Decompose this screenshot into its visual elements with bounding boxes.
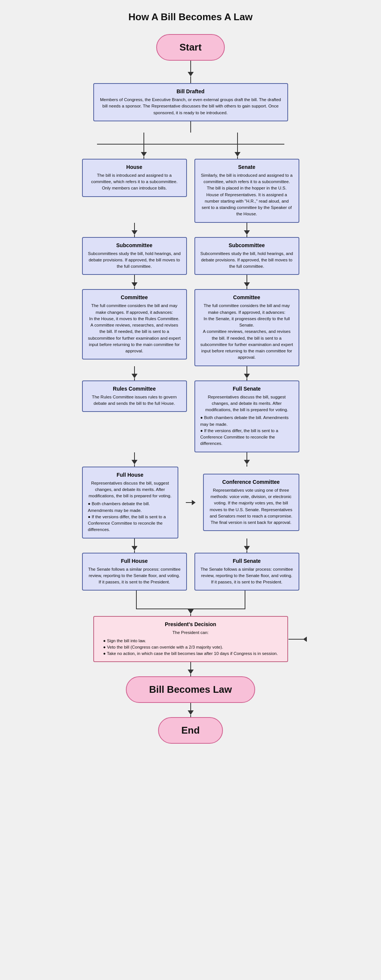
full-senate-2-title: Full Senate — [201, 558, 293, 564]
arrow-down — [244, 230, 250, 235]
senate-subcommittee-box: Subcommittee Subcommittees study the bil… — [194, 237, 299, 275]
bill-drafted-box: Bill Drafted Members of Congress, the Ex… — [93, 83, 288, 121]
presidents-decision-title: President's Decision — [99, 621, 282, 627]
arrow-down — [234, 152, 241, 156]
rules-committee-title: Rules Committee — [88, 386, 181, 392]
connector — [190, 703, 191, 710]
arrow-down — [188, 710, 194, 715]
full-senate-1-intro: Representatives discuss the bill, sugges… — [205, 395, 288, 412]
connector — [190, 76, 191, 83]
page-title: How A Bill Becomes A Law — [129, 11, 252, 23]
senate-committee-box: Committee The full committee considers t… — [194, 289, 299, 366]
connector — [190, 121, 191, 132]
senate-intro-box: Senate Similarly, the bill is introduced… — [194, 159, 299, 223]
arrow-down — [131, 374, 137, 378]
house-title: House — [88, 164, 181, 170]
arrow-down — [188, 670, 194, 674]
rules-committee-text: The Rules Committee issues rules to gove… — [88, 394, 181, 407]
arrow-down — [244, 374, 250, 378]
house-subcommittee-text: Subcommittees study the bill, hold heari… — [88, 251, 181, 270]
arrow-down — [244, 546, 250, 550]
arrow-down — [131, 282, 137, 287]
senate-committee-text: The full committee considers the bill an… — [201, 302, 293, 361]
presidents-arrow — [289, 636, 307, 642]
full-house-1-text: Representatives discuss the bill, sugges… — [88, 480, 172, 533]
full-house-1-title: Full House — [88, 472, 172, 478]
start-pill: Start — [156, 34, 225, 60]
senate-subcommittee-title: Subcommittee — [201, 242, 293, 248]
full-house-1-bullet-2: If the versions differ, the bill is sent… — [88, 514, 172, 533]
senate-subcommittee-text: Subcommittees study the bill, hold heari… — [201, 251, 293, 270]
full-senate-1-box: Full Senate Representatives discuss the … — [194, 380, 299, 452]
bill-becomes-law-pill: Bill Becomes Law — [126, 676, 255, 703]
full-senate-1-title: Full Senate — [201, 386, 293, 392]
connector — [247, 538, 247, 546]
connector — [247, 366, 247, 374]
presidents-decision-box: President's Decision The President can: … — [93, 616, 288, 662]
rules-committee-box: Rules Committee The Rules Committee issu… — [82, 380, 187, 412]
full-senate-2-text: The Senate follows a similar process: co… — [201, 566, 293, 585]
full-senate-1-bullet-1: Both chambers debate the bill. Amendment… — [201, 415, 293, 428]
house-committee-title: Committee — [88, 294, 181, 300]
full-house-2-title: Full House — [88, 558, 181, 564]
conference-committee-text: Representatives vote using one of three … — [209, 487, 293, 526]
connector — [190, 662, 191, 670]
connector — [247, 275, 247, 282]
h-arrow-connector — [186, 500, 196, 505]
arrow-down — [244, 282, 250, 287]
arrow-down — [141, 152, 147, 156]
page: How A Bill Becomes A Law Start Bill Draf… — [75, 11, 306, 744]
house-subcommittee-title: Subcommittee — [88, 242, 181, 248]
arrow-down — [131, 546, 137, 550]
house-committee-box: Committee The full committee considers t… — [82, 289, 187, 360]
arrow-down — [131, 460, 137, 465]
senate-intro-title: Senate — [201, 164, 293, 170]
connector — [237, 132, 238, 144]
connector — [247, 452, 247, 460]
merge-connector — [82, 590, 299, 609]
bill-drafted-text: Members of Congress, the Executive Branc… — [99, 97, 282, 116]
house-committee-text: The full committee considers the bill an… — [88, 302, 181, 354]
full-senate-1-bullet-2: If the versions differ, the bill is sent… — [201, 428, 293, 447]
presidents-decision-intro: The President can: — [99, 630, 282, 636]
arrow-down — [244, 460, 250, 465]
presidents-bullet-2: Veto the bill (Congress can override wit… — [103, 644, 277, 651]
full-house-2-box: Full House The Senate follows a similar … — [82, 553, 187, 591]
conference-committee-title: Conference Committee — [209, 479, 293, 485]
connector — [134, 223, 135, 230]
full-house-1-intro: Representatives discuss the bill, sugges… — [88, 481, 171, 498]
arrow-down — [131, 230, 137, 235]
connector — [134, 366, 135, 374]
full-house-2-text: The Senate follows a similar process: co… — [88, 566, 181, 585]
full-senate-1-text: Representatives discuss the bill, sugges… — [201, 394, 293, 447]
arrow-down — [188, 72, 194, 76]
house-subcommittee-box: Subcommittee Subcommittees study the bil… — [82, 237, 187, 275]
full-house-1-bullet-1: Both chambers debate the bill. Amendment… — [88, 501, 172, 514]
connector — [134, 538, 135, 546]
connector — [134, 452, 135, 460]
connector — [247, 223, 247, 230]
senate-intro-text: Similarly, the bill is introduced and as… — [201, 172, 293, 218]
connector — [190, 60, 191, 72]
connector — [143, 132, 144, 144]
connector — [143, 145, 144, 152]
house-text: The bill is introduced and assigned to a… — [88, 172, 181, 192]
full-senate-2-box: Full Senate The Senate follows a similar… — [194, 553, 299, 591]
presidents-bullet-1: Sign the bill into law. — [103, 638, 277, 644]
house-box: House The bill is introduced and assigne… — [82, 159, 187, 197]
end-pill: End — [158, 717, 223, 744]
conference-committee-box: Conference Committee Representatives vot… — [203, 474, 299, 531]
connector — [237, 145, 238, 152]
full-house-1-box: Full House Representatives discuss the b… — [82, 466, 179, 538]
presidents-decision-text: The President can: Sign the bill into la… — [99, 630, 282, 657]
arrow-down — [188, 609, 194, 614]
bill-drafted-title: Bill Drafted — [99, 88, 282, 94]
presidents-bullet-3: Take no action, in which case the bill b… — [103, 651, 277, 657]
connector — [134, 275, 135, 282]
senate-committee-title: Committee — [201, 294, 293, 300]
